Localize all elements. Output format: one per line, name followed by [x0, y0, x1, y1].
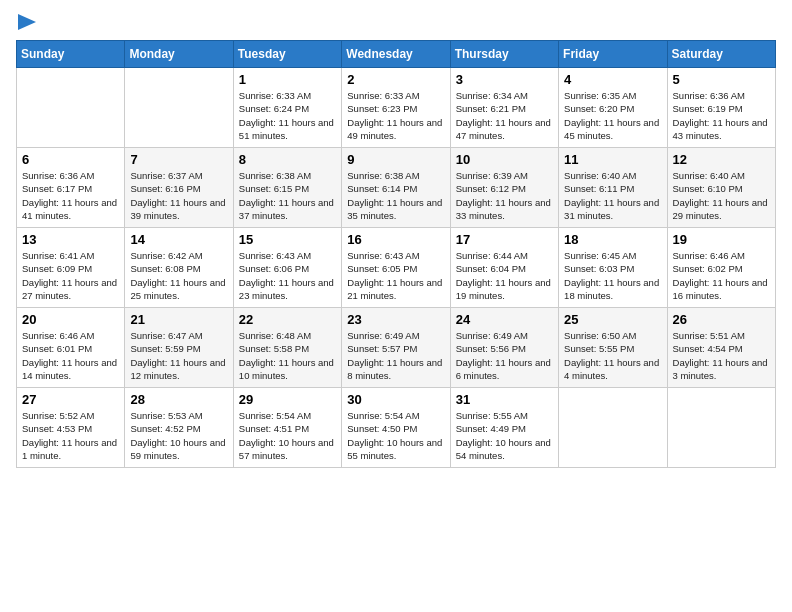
calendar-day-cell: 14Sunrise: 6:42 AM Sunset: 6:08 PM Dayli… — [125, 228, 233, 308]
calendar-day-header: Friday — [559, 41, 667, 68]
calendar-day-cell: 22Sunrise: 6:48 AM Sunset: 5:58 PM Dayli… — [233, 308, 341, 388]
calendar-day-header: Wednesday — [342, 41, 450, 68]
day-info: Sunrise: 5:54 AM Sunset: 4:50 PM Dayligh… — [347, 409, 444, 462]
calendar-day-cell: 19Sunrise: 6:46 AM Sunset: 6:02 PM Dayli… — [667, 228, 775, 308]
calendar-day-cell: 25Sunrise: 6:50 AM Sunset: 5:55 PM Dayli… — [559, 308, 667, 388]
calendar-day-cell: 18Sunrise: 6:45 AM Sunset: 6:03 PM Dayli… — [559, 228, 667, 308]
calendar-day-cell — [559, 388, 667, 468]
day-number: 13 — [22, 232, 119, 247]
calendar-day-cell — [17, 68, 125, 148]
day-number: 12 — [673, 152, 770, 167]
calendar-day-cell: 2Sunrise: 6:33 AM Sunset: 6:23 PM Daylig… — [342, 68, 450, 148]
day-info: Sunrise: 6:44 AM Sunset: 6:04 PM Dayligh… — [456, 249, 553, 302]
day-number: 9 — [347, 152, 444, 167]
calendar-day-cell: 29Sunrise: 5:54 AM Sunset: 4:51 PM Dayli… — [233, 388, 341, 468]
day-number: 11 — [564, 152, 661, 167]
day-number: 14 — [130, 232, 227, 247]
calendar-day-cell — [667, 388, 775, 468]
calendar-week-row: 13Sunrise: 6:41 AM Sunset: 6:09 PM Dayli… — [17, 228, 776, 308]
day-number: 7 — [130, 152, 227, 167]
day-number: 27 — [22, 392, 119, 407]
calendar-header-row: SundayMondayTuesdayWednesdayThursdayFrid… — [17, 41, 776, 68]
calendar-day-cell: 28Sunrise: 5:53 AM Sunset: 4:52 PM Dayli… — [125, 388, 233, 468]
day-info: Sunrise: 6:33 AM Sunset: 6:23 PM Dayligh… — [347, 89, 444, 142]
calendar-week-row: 20Sunrise: 6:46 AM Sunset: 6:01 PM Dayli… — [17, 308, 776, 388]
calendar-day-cell: 13Sunrise: 6:41 AM Sunset: 6:09 PM Dayli… — [17, 228, 125, 308]
calendar-day-cell: 11Sunrise: 6:40 AM Sunset: 6:11 PM Dayli… — [559, 148, 667, 228]
day-info: Sunrise: 6:49 AM Sunset: 5:56 PM Dayligh… — [456, 329, 553, 382]
svg-marker-0 — [18, 14, 36, 30]
calendar-day-cell: 24Sunrise: 6:49 AM Sunset: 5:56 PM Dayli… — [450, 308, 558, 388]
day-info: Sunrise: 6:34 AM Sunset: 6:21 PM Dayligh… — [456, 89, 553, 142]
day-info: Sunrise: 6:48 AM Sunset: 5:58 PM Dayligh… — [239, 329, 336, 382]
day-number: 16 — [347, 232, 444, 247]
calendar-week-row: 6Sunrise: 6:36 AM Sunset: 6:17 PM Daylig… — [17, 148, 776, 228]
day-number: 22 — [239, 312, 336, 327]
day-info: Sunrise: 6:46 AM Sunset: 6:02 PM Dayligh… — [673, 249, 770, 302]
day-info: Sunrise: 6:40 AM Sunset: 6:11 PM Dayligh… — [564, 169, 661, 222]
day-number: 5 — [673, 72, 770, 87]
day-info: Sunrise: 5:54 AM Sunset: 4:51 PM Dayligh… — [239, 409, 336, 462]
day-number: 20 — [22, 312, 119, 327]
day-info: Sunrise: 5:55 AM Sunset: 4:49 PM Dayligh… — [456, 409, 553, 462]
day-info: Sunrise: 6:33 AM Sunset: 6:24 PM Dayligh… — [239, 89, 336, 142]
day-info: Sunrise: 6:43 AM Sunset: 6:06 PM Dayligh… — [239, 249, 336, 302]
day-info: Sunrise: 6:46 AM Sunset: 6:01 PM Dayligh… — [22, 329, 119, 382]
calendar-day-cell: 3Sunrise: 6:34 AM Sunset: 6:21 PM Daylig… — [450, 68, 558, 148]
calendar-day-header: Tuesday — [233, 41, 341, 68]
day-number: 19 — [673, 232, 770, 247]
calendar-day-cell: 10Sunrise: 6:39 AM Sunset: 6:12 PM Dayli… — [450, 148, 558, 228]
calendar-day-cell: 1Sunrise: 6:33 AM Sunset: 6:24 PM Daylig… — [233, 68, 341, 148]
day-info: Sunrise: 6:50 AM Sunset: 5:55 PM Dayligh… — [564, 329, 661, 382]
calendar-day-cell: 21Sunrise: 6:47 AM Sunset: 5:59 PM Dayli… — [125, 308, 233, 388]
day-number: 6 — [22, 152, 119, 167]
day-info: Sunrise: 5:51 AM Sunset: 4:54 PM Dayligh… — [673, 329, 770, 382]
day-number: 25 — [564, 312, 661, 327]
day-info: Sunrise: 6:36 AM Sunset: 6:19 PM Dayligh… — [673, 89, 770, 142]
day-info: Sunrise: 6:35 AM Sunset: 6:20 PM Dayligh… — [564, 89, 661, 142]
calendar-day-cell: 26Sunrise: 5:51 AM Sunset: 4:54 PM Dayli… — [667, 308, 775, 388]
day-number: 3 — [456, 72, 553, 87]
day-info: Sunrise: 5:53 AM Sunset: 4:52 PM Dayligh… — [130, 409, 227, 462]
calendar-day-cell: 6Sunrise: 6:36 AM Sunset: 6:17 PM Daylig… — [17, 148, 125, 228]
calendar-day-cell: 12Sunrise: 6:40 AM Sunset: 6:10 PM Dayli… — [667, 148, 775, 228]
day-number: 28 — [130, 392, 227, 407]
calendar-day-cell: 5Sunrise: 6:36 AM Sunset: 6:19 PM Daylig… — [667, 68, 775, 148]
calendar-day-cell: 15Sunrise: 6:43 AM Sunset: 6:06 PM Dayli… — [233, 228, 341, 308]
day-number: 26 — [673, 312, 770, 327]
day-number: 31 — [456, 392, 553, 407]
calendar-day-header: Saturday — [667, 41, 775, 68]
day-info: Sunrise: 6:40 AM Sunset: 6:10 PM Dayligh… — [673, 169, 770, 222]
calendar-day-cell: 23Sunrise: 6:49 AM Sunset: 5:57 PM Dayli… — [342, 308, 450, 388]
day-info: Sunrise: 6:45 AM Sunset: 6:03 PM Dayligh… — [564, 249, 661, 302]
calendar-day-header: Thursday — [450, 41, 558, 68]
calendar-day-cell: 7Sunrise: 6:37 AM Sunset: 6:16 PM Daylig… — [125, 148, 233, 228]
calendar-day-cell: 9Sunrise: 6:38 AM Sunset: 6:14 PM Daylig… — [342, 148, 450, 228]
day-number: 4 — [564, 72, 661, 87]
calendar-table: SundayMondayTuesdayWednesdayThursdayFrid… — [16, 40, 776, 468]
day-number: 2 — [347, 72, 444, 87]
calendar-day-cell: 4Sunrise: 6:35 AM Sunset: 6:20 PM Daylig… — [559, 68, 667, 148]
day-number: 24 — [456, 312, 553, 327]
calendar-day-cell: 8Sunrise: 6:38 AM Sunset: 6:15 PM Daylig… — [233, 148, 341, 228]
day-number: 29 — [239, 392, 336, 407]
day-number: 23 — [347, 312, 444, 327]
logo — [16, 16, 36, 30]
calendar-day-header: Monday — [125, 41, 233, 68]
calendar-day-header: Sunday — [17, 41, 125, 68]
logo-arrow-icon — [18, 14, 36, 30]
calendar-week-row: 1Sunrise: 6:33 AM Sunset: 6:24 PM Daylig… — [17, 68, 776, 148]
calendar-week-row: 27Sunrise: 5:52 AM Sunset: 4:53 PM Dayli… — [17, 388, 776, 468]
calendar-day-cell: 17Sunrise: 6:44 AM Sunset: 6:04 PM Dayli… — [450, 228, 558, 308]
day-info: Sunrise: 6:38 AM Sunset: 6:15 PM Dayligh… — [239, 169, 336, 222]
calendar-day-cell: 30Sunrise: 5:54 AM Sunset: 4:50 PM Dayli… — [342, 388, 450, 468]
day-info: Sunrise: 6:49 AM Sunset: 5:57 PM Dayligh… — [347, 329, 444, 382]
calendar-day-cell — [125, 68, 233, 148]
day-number: 17 — [456, 232, 553, 247]
day-number: 15 — [239, 232, 336, 247]
day-number: 18 — [564, 232, 661, 247]
day-info: Sunrise: 6:43 AM Sunset: 6:05 PM Dayligh… — [347, 249, 444, 302]
day-info: Sunrise: 6:36 AM Sunset: 6:17 PM Dayligh… — [22, 169, 119, 222]
day-info: Sunrise: 6:42 AM Sunset: 6:08 PM Dayligh… — [130, 249, 227, 302]
day-info: Sunrise: 5:52 AM Sunset: 4:53 PM Dayligh… — [22, 409, 119, 462]
